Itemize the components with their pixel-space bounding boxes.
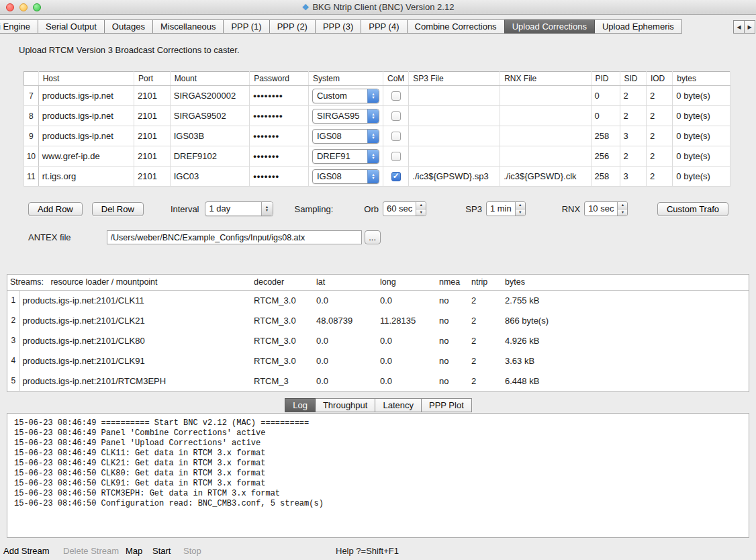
stream-row[interactable]: 5 products.igs-ip.net:2101/RTCM3EPH RTCM… <box>7 371 749 391</box>
stop-button[interactable]: Stop <box>183 546 201 556</box>
spinner-arrows-icon[interactable]: ▲▼ <box>515 202 525 216</box>
antex-file-input[interactable] <box>107 230 362 244</box>
sid-cell[interactable]: 3 <box>620 126 646 146</box>
sp3-file-cell[interactable] <box>409 86 500 106</box>
system-select[interactable]: IGS08 ▲▼ <box>312 169 379 184</box>
com-checkbox[interactable] <box>391 132 401 141</box>
mount-cell[interactable]: SIRGAS9502 <box>170 106 249 126</box>
pid-cell[interactable]: 258 <box>591 126 620 146</box>
stream-row[interactable]: 3 products.igs-ip.net:2101/CLK80 RTCM_3.… <box>7 330 749 351</box>
interval-select[interactable]: 1 day ▲▼ <box>205 201 273 216</box>
rnx-file-cell[interactable] <box>500 86 591 106</box>
sp3-file-cell[interactable]: ./ic3${GPSWD}.sp3 <box>409 167 500 187</box>
zoom-button[interactable] <box>33 3 41 11</box>
system-cell: Custom ▲▼ <box>308 86 383 106</box>
tab-ppp-4[interactable]: PPP (4) <box>361 19 407 34</box>
rnx-spinner[interactable]: 10 sec ▲▼ <box>584 201 628 216</box>
iod-cell[interactable]: 2 <box>646 126 672 146</box>
com-checkbox[interactable] <box>391 91 401 101</box>
port-cell[interactable]: 2101 <box>134 106 171 126</box>
port-cell[interactable]: 2101 <box>134 126 171 146</box>
mount-cell[interactable]: SIRGAS200002 <box>170 86 249 106</box>
sid-cell[interactable]: 3 <box>620 167 646 187</box>
com-checkbox[interactable] <box>391 172 401 181</box>
sp3-spinner[interactable]: 1 min ▲▼ <box>486 201 526 216</box>
com-checkbox[interactable] <box>391 111 401 121</box>
system-select[interactable]: Custom ▲▼ <box>312 89 379 103</box>
host-cell[interactable]: rt.igs.org <box>38 167 134 187</box>
com-checkbox[interactable] <box>391 152 401 161</box>
tab-log[interactable]: Log <box>285 398 316 412</box>
spinner-arrows-icon[interactable]: ▲▼ <box>416 202 426 216</box>
mount-cell[interactable]: IGC03 <box>170 167 249 187</box>
tab-serial-output[interactable]: Serial Output <box>38 19 105 34</box>
tab-miscellaneous[interactable]: Miscellaneous <box>152 19 224 34</box>
delete-stream-button[interactable]: Delete Stream <box>63 546 119 556</box>
port-cell[interactable]: 2101 <box>134 146 171 167</box>
tab-ppp-plot[interactable]: PPP Plot <box>421 398 472 412</box>
pid-cell[interactable]: 0 <box>591 86 620 106</box>
system-select[interactable]: IGS08 ▲▼ <box>312 129 379 144</box>
stream-row[interactable]: 2 products.igs-ip.net:2101/CLK21 RTCM_3.… <box>7 310 749 330</box>
stream-row[interactable]: 1 products.igs-ip.net:2101/CLK11 RTCM_3.… <box>7 290 749 310</box>
system-select[interactable]: SIRGAS95 ▲▼ <box>312 109 379 124</box>
tab-scroll-right-icon[interactable]: ▶ <box>744 20 755 34</box>
tab-upload-corrections[interactable]: Upload Corrections <box>504 19 595 34</box>
tab-outages[interactable]: Outages <box>104 19 153 34</box>
close-button[interactable] <box>6 3 14 11</box>
start-button[interactable]: Start <box>152 546 171 556</box>
del-row-button[interactable]: Del Row <box>92 202 144 216</box>
custom-trafo-button[interactable]: Custom Trafo <box>657 202 728 216</box>
sp3-file-cell[interactable] <box>409 106 500 126</box>
tab-feed-engine[interactable]: i Engine <box>0 19 38 34</box>
mount-cell[interactable]: DREF9102 <box>170 146 249 167</box>
pid-cell[interactable]: 258 <box>591 167 620 187</box>
tab-throughput[interactable]: Throughput <box>315 398 376 412</box>
rnx-file-cell[interactable]: ./ic3${GPSWD}.clk <box>500 167 591 187</box>
mount-cell[interactable]: IGS03B <box>170 126 249 146</box>
system-select[interactable]: DREF91 ▲▼ <box>312 149 379 164</box>
iod-cell[interactable]: 2 <box>646 106 672 126</box>
port-cell[interactable]: 2101 <box>134 86 171 106</box>
sp3-file-cell[interactable] <box>409 146 500 167</box>
map-button[interactable]: Map <box>126 546 142 556</box>
stream-row[interactable]: 4 products.igs-ip.net:2101/CLK91 RTCM_3.… <box>7 351 749 371</box>
pid-cell[interactable]: 0 <box>591 106 620 126</box>
port-cell[interactable]: 2101 <box>134 167 171 187</box>
add-stream-button[interactable]: Add Stream <box>3 546 50 556</box>
log-panel[interactable]: 15-06-23 08:46:49 ========== Start BNC v… <box>7 413 749 538</box>
host-cell[interactable]: products.igs-ip.net <box>38 126 134 146</box>
iod-cell[interactable]: 2 <box>646 146 672 167</box>
rnx-file-cell[interactable] <box>500 126 591 146</box>
tab-scroll-left-icon[interactable]: ◀ <box>733 20 745 34</box>
sid-cell[interactable]: 2 <box>620 146 646 167</box>
password-cell[interactable]: ••••••• <box>250 126 309 146</box>
tab-combine-corrections[interactable]: Combine Corrections <box>407 19 505 34</box>
host-cell[interactable]: www.gref-ip.de <box>38 146 134 167</box>
host-cell[interactable]: products.igs-ip.net <box>38 86 134 106</box>
pid-cell[interactable]: 256 <box>591 146 620 167</box>
sid-cell[interactable]: 2 <box>620 106 646 126</box>
host-cell[interactable]: products.igs-ip.net <box>38 106 134 126</box>
password-cell[interactable]: ••••••• <box>250 146 309 167</box>
password-cell[interactable]: •••••••• <box>250 86 309 106</box>
password-cell[interactable]: ••••••• <box>250 167 309 187</box>
spinner-arrows-icon[interactable]: ▲▼ <box>617 202 627 216</box>
iod-cell[interactable]: 2 <box>646 86 672 106</box>
tab-latency[interactable]: Latency <box>375 398 422 412</box>
iod-cell[interactable]: 2 <box>646 167 672 187</box>
main-tabbar: i Engine Serial Output Outages Miscellan… <box>0 19 681 34</box>
sp3-file-cell[interactable] <box>409 126 500 146</box>
add-row-button[interactable]: Add Row <box>28 202 83 216</box>
rnx-file-cell[interactable] <box>500 146 591 167</box>
minimize-button[interactable] <box>19 3 28 11</box>
tab-ppp-3[interactable]: PPP (3) <box>315 19 361 34</box>
tab-upload-ephemeris[interactable]: Upload Ephemeris <box>594 19 682 34</box>
tab-ppp-1[interactable]: PPP (1) <box>223 19 269 34</box>
orb-spinner[interactable]: 60 sec ▲▼ <box>383 201 426 216</box>
tab-ppp-2[interactable]: PPP (2) <box>269 19 316 34</box>
rnx-file-cell[interactable] <box>500 106 591 126</box>
sid-cell[interactable]: 2 <box>620 86 646 106</box>
browse-button[interactable]: ... <box>365 230 381 244</box>
password-cell[interactable]: •••••••• <box>250 106 309 126</box>
